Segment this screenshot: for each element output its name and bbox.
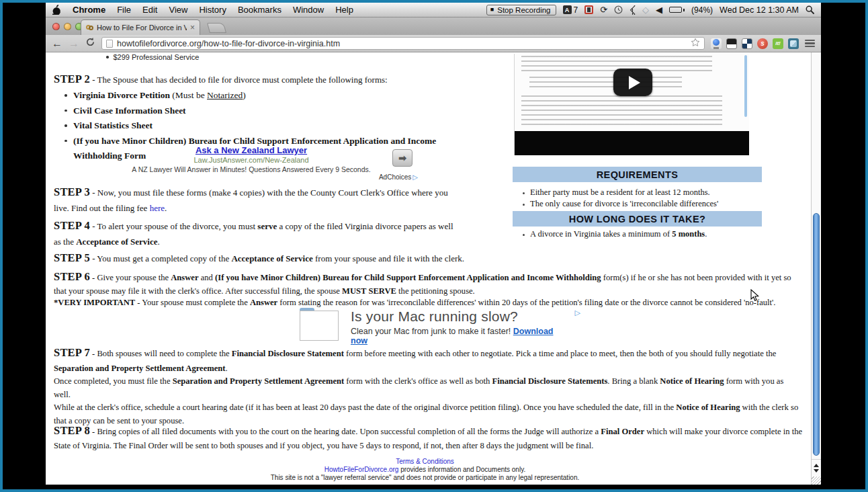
mac-ad: A g+1 Is your Mac running slow? Clean yo…: [300, 309, 571, 345]
sync-icon[interactable]: ⟳: [600, 5, 607, 14]
play-icon: [629, 76, 640, 89]
extension-checker-icon[interactable]: [742, 38, 752, 49]
mouse-cursor: [750, 289, 759, 304]
step2-bullet-1: Virginia Divorce Petition (Must be Notar…: [59, 88, 457, 104]
forward-button[interactable]: →: [69, 38, 79, 49]
step8-section: STEP 8 - Bring copies of all filed docum…: [54, 424, 802, 452]
step7-text-1: - Both spouses will need to complete the…: [54, 349, 776, 373]
adobe-status-item[interactable]: A 7: [563, 5, 578, 15]
stop-recording-label: Stop Recording: [497, 6, 550, 14]
extension-photo-icon[interactable]: [788, 38, 799, 49]
tab-strip: How to File For Divorce in Vi ×: [46, 17, 821, 35]
tab-close-icon[interactable]: ×: [190, 23, 195, 32]
lawyer-ad: Ask a New Zealand Lawyer Law.JustAnswer.…: [120, 145, 383, 173]
step3-text: - Now, you must file these forms (make 4…: [54, 188, 448, 213]
requirements-list: Either party must be a resident for at l…: [518, 188, 761, 210]
scrollbar-thumb[interactable]: [813, 213, 820, 456]
adobe-count: 7: [574, 5, 578, 15]
extension-ball-icon[interactable]: [711, 38, 722, 49]
step2-intro: - The Spouse that has decided to file fo…: [90, 75, 388, 85]
step2-bullet-2: Civil Case Information Sheet: [59, 104, 457, 119]
scroll-down-icon[interactable]: [814, 469, 819, 473]
step7-text-2: Once completed, you must file the Separa…: [54, 375, 801, 401]
mac-ad-sub[interactable]: Clean your Mac from junk to make it fast…: [351, 327, 571, 345]
terms-link[interactable]: Terms & Conditions: [46, 458, 804, 466]
menu-help[interactable]: Help: [335, 5, 353, 15]
extension-flag-icon[interactable]: [726, 38, 737, 49]
step6-label: STEP 6: [54, 270, 90, 283]
browser-toolbar: ← → howtofilefordivorce.org/how-to-file-…: [46, 35, 821, 52]
video-bottom-bar: [515, 131, 749, 155]
lawyer-ad-title-link[interactable]: Ask a New Zealand Lawyer: [120, 145, 383, 155]
adchoices-label[interactable]: AdChoices ▷: [379, 173, 418, 181]
spotlight-icon[interactable]: [806, 5, 814, 14]
battery-percent: (94%): [691, 5, 713, 15]
battery-indicator[interactable]: [669, 7, 685, 13]
extension-icons: s it!: [711, 38, 799, 49]
menu-edit[interactable]: Edit: [142, 5, 157, 15]
step5-label: STEP 5: [54, 251, 90, 264]
airport-icon[interactable]: ◇: [642, 5, 649, 14]
ad-arrow-button[interactable]: ➡: [392, 149, 413, 167]
url-text[interactable]: howtofilefordivorce.org/how-to-file-for-…: [117, 39, 687, 48]
extension-stumbleupon-icon[interactable]: s: [757, 38, 768, 49]
resize-grip[interactable]: [812, 477, 821, 485]
lawyer-ad-url: Law.JustAnswer.com/New-Zealand: [120, 156, 383, 164]
howlong-header: HOW LONG DOES IT TAKE?: [513, 211, 762, 227]
address-bar[interactable]: howtofilefordivorce.org/how-to-file-for-…: [101, 37, 705, 50]
new-tab-button[interactable]: [207, 23, 226, 33]
price-bullet-text: $299 Professional Service: [114, 53, 200, 61]
time-machine-icon[interactable]: [614, 5, 623, 14]
requirements-item-1: Either party must be a resident for at l…: [518, 188, 761, 198]
minimize-window-button[interactable]: [64, 23, 71, 30]
tab-active[interactable]: How to File For Divorce in Vi ×: [81, 19, 200, 35]
step2-label: STEP 2: [54, 73, 90, 85]
stop-recording-button[interactable]: ■ Stop Recording: [486, 5, 556, 15]
step8-text: - Bring copies of all filed documents wi…: [54, 427, 802, 450]
video-inner-scrollbar: [744, 55, 747, 117]
step4-section: STEP 4 - To alert your spouse of the div…: [54, 218, 457, 249]
appstore-folder-icon[interactable]: A g+1: [300, 311, 339, 341]
requirements-item-2: The only cause for divorce is 'irreconci…: [518, 199, 761, 210]
step5-text: - You must get a completed copy of the A…: [90, 253, 464, 263]
menu-window[interactable]: Window: [293, 5, 324, 15]
step3-label: STEP 3: [54, 186, 90, 198]
step5-section: STEP 5 - You must get a completed copy o…: [54, 251, 484, 266]
back-button[interactable]: ←: [52, 38, 62, 49]
page-icon: [106, 40, 113, 48]
page-scrollbar[interactable]: [811, 52, 821, 485]
howlong-list: A divorce in Virginia takes a minimum of…: [518, 229, 761, 241]
step2-bullet-3: Vital Statistics Sheet: [59, 118, 457, 134]
bluetooth-icon[interactable]: [630, 5, 636, 15]
battery-icon: [669, 7, 682, 13]
tab-favicon-icon: [86, 25, 93, 31]
menu-chrome[interactable]: Chrome: [73, 5, 105, 15]
gplus-badge[interactable]: g+1: [300, 311, 339, 341]
video-player[interactable]: [514, 54, 749, 155]
requirements-header: REQUIREMENTS: [513, 167, 762, 182]
lawyer-ad-desc: A NZ Lawyer Will Answer in Minutes! Ques…: [120, 165, 383, 173]
menu-view[interactable]: View: [169, 5, 187, 15]
menu-file[interactable]: File: [117, 5, 131, 15]
volume-icon[interactable]: ◀: [656, 5, 662, 14]
footer-line2: HowtoFileForDivorce.org provides informa…: [46, 466, 804, 474]
mac-ad-headline[interactable]: Is your Mac running slow?: [351, 309, 571, 325]
step6-text: - Give your spouse the Answer and (If yo…: [54, 273, 791, 296]
menu-history[interactable]: History: [199, 5, 226, 15]
scroll-up-icon[interactable]: [814, 464, 819, 467]
chrome-menu-button[interactable]: [805, 40, 815, 48]
extension-scoopit-icon[interactable]: it!: [773, 38, 783, 49]
reload-button[interactable]: [85, 37, 95, 50]
howlong-item-1: A divorce in Virginia takes a minimum of…: [518, 229, 761, 240]
apple-logo-icon[interactable]: [52, 5, 61, 15]
close-window-button[interactable]: [52, 23, 60, 30]
scrollbar-buttons[interactable]: [812, 459, 821, 477]
mac-screen: Chrome File Edit View History Bookmarks …: [46, 3, 821, 485]
menu-bookmarks[interactable]: Bookmarks: [238, 5, 281, 15]
menubar-clock[interactable]: Wed Dec 12 1:30 AM: [720, 5, 799, 15]
play-button[interactable]: [613, 69, 652, 96]
adchoices-icon-2[interactable]: ▷: [575, 309, 580, 317]
red-app-icon[interactable]: [584, 5, 593, 14]
bookmark-star-icon[interactable]: [691, 38, 700, 50]
footer-line3: This site is not a "lawyer referral serv…: [46, 474, 804, 482]
